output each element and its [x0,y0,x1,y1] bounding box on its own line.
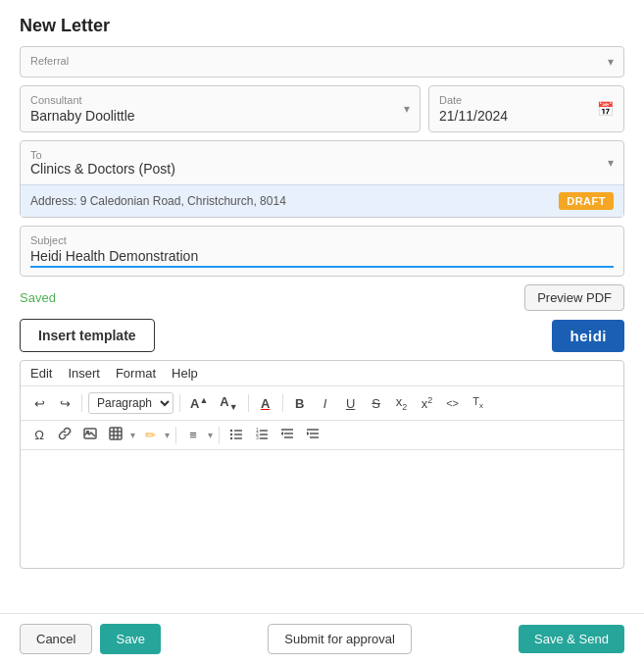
dialog-footer: Cancel Save Submit for approval Save & S… [0,613,644,664]
calendar-icon: 📅 [597,101,614,117]
strikethrough-button[interactable]: S [366,394,387,413]
svg-rect-12 [234,437,242,439]
align-button[interactable]: ≡ [182,426,204,444]
date-col: Date 21/11/2024 📅 [428,85,624,132]
divider4 [282,394,283,412]
referral-label: Referral [30,55,614,67]
svg-rect-2 [110,428,122,439]
code-button[interactable]: <> [442,395,464,411]
divider5 [175,427,176,444]
to-value: Clinics & Doctors (Post) [30,161,175,177]
numbered-list-button[interactable]: 1. 2. 3. [251,425,272,445]
submit-for-approval-button[interactable]: Submit for approval [268,624,412,654]
editor-toolbar-row2: Ω [21,421,623,450]
font-color-button[interactable]: A [255,394,276,413]
clear-format-button[interactable]: Tx [468,393,489,412]
bold-button[interactable]: B [289,394,311,413]
dialog-title: New Letter [0,0,644,46]
template-heidi-row: Insert template heidi [20,319,624,352]
subject-label: Subject [30,234,614,246]
table-arrow[interactable]: ▾ [130,430,135,440]
draft-badge: DRAFT [559,192,614,210]
preview-pdf-button[interactable]: Preview PDF [524,284,624,311]
link-button[interactable] [54,425,75,445]
menu-edit[interactable]: Edit [30,366,52,381]
saved-status: Saved [20,290,56,305]
cancel-button[interactable]: Cancel [20,624,92,654]
subject-value: Heidi Health Demonstration [30,248,614,268]
underline-button[interactable]: U [340,394,362,413]
date-field[interactable]: Date 21/11/2024 📅 [428,85,624,132]
heidi-button[interactable]: heidi [552,320,624,352]
heidi-label: heidi [570,328,607,344]
svg-text:3.: 3. [256,434,260,440]
editor-menubar: Edit Insert Format Help [21,361,623,386]
svg-rect-16 [260,434,268,435]
menu-help[interactable]: Help [172,366,198,381]
to-label: To [30,149,175,161]
bullet-list-button[interactable] [225,425,247,445]
new-letter-dialog: New Letter Referral Consultant Barnaby D… [0,0,644,664]
image-button[interactable] [79,425,101,445]
align-arrow[interactable]: ▾ [208,430,213,440]
date-value: 21/11/2024 [439,108,508,124]
to-dropdown[interactable]: To Clinics & Doctors (Post) ▾ [21,141,623,184]
menu-insert[interactable]: Insert [68,366,100,381]
undo-button[interactable]: ↩ [28,394,50,413]
consultant-label: Consultant [30,94,410,106]
svg-rect-10 [234,434,242,435]
footer-left-buttons: Cancel Save [20,624,161,654]
subject-field[interactable]: Subject Heidi Health Demonstration [20,226,624,277]
date-label: Date [439,94,508,106]
divider1 [81,394,82,412]
italic-button[interactable]: I [315,394,336,413]
redo-button[interactable]: ↪ [54,394,75,413]
referral-dropdown[interactable]: Referral [20,46,624,77]
svg-rect-8 [234,430,242,432]
editor-content[interactable] [21,450,623,568]
svg-point-9 [230,434,232,435]
consultant-value: Barnaby Doolittle [30,108,410,124]
editor-container: Edit Insert Format Help ↩ ↪ Paragraph A▲… [20,360,624,569]
svg-point-11 [230,437,232,439]
save-and-send-button[interactable]: Save & Send [519,625,624,653]
svg-rect-14 [260,430,268,432]
to-field-group: To Clinics & Doctors (Post) ▾ Address: 9… [20,140,624,218]
dialog-body: Referral Consultant Barnaby Doolittle Da… [0,46,644,613]
menu-format[interactable]: Format [116,366,156,381]
to-arrow-icon: ▾ [608,156,614,170]
saved-preview-row: Saved Preview PDF [20,284,624,311]
table-button[interactable] [105,425,126,445]
omega-button[interactable]: Ω [28,426,50,444]
insert-template-button[interactable]: Insert template [20,319,155,352]
highlight-button[interactable]: ✏ [139,426,161,444]
highlight-arrow[interactable]: ▾ [165,430,170,440]
consultant-dropdown[interactable]: Consultant Barnaby Doolittle [20,85,421,132]
subscript-button[interactable]: x2 [391,392,413,414]
address-bar: Address: 9 Caledonian Road, Christchurch… [21,184,623,217]
address-text: Address: 9 Caledonian Road, Christchurch… [30,194,286,208]
save-button[interactable]: Save [100,624,161,654]
superscript-button[interactable]: x2 [417,393,438,413]
decrease-indent-button[interactable] [276,425,298,445]
divider3 [248,394,249,412]
increase-indent-button[interactable] [302,425,323,445]
paragraph-style-select[interactable]: Paragraph [88,392,173,414]
editor-toolbar-row1: ↩ ↪ Paragraph A▲ A▼ A B I U S x2 x2 <> T [21,386,623,421]
svg-point-7 [230,430,232,432]
referral-field-group: Referral [20,46,624,77]
font-size-up-button[interactable]: A▲ [186,393,212,413]
divider6 [219,427,220,444]
divider2 [179,394,180,412]
consultant-col: Consultant Barnaby Doolittle [20,85,421,132]
consultant-date-row: Consultant Barnaby Doolittle Date 21/11/… [20,85,624,132]
font-size-down-button[interactable]: A▼ [216,392,241,414]
svg-rect-18 [260,437,268,439]
